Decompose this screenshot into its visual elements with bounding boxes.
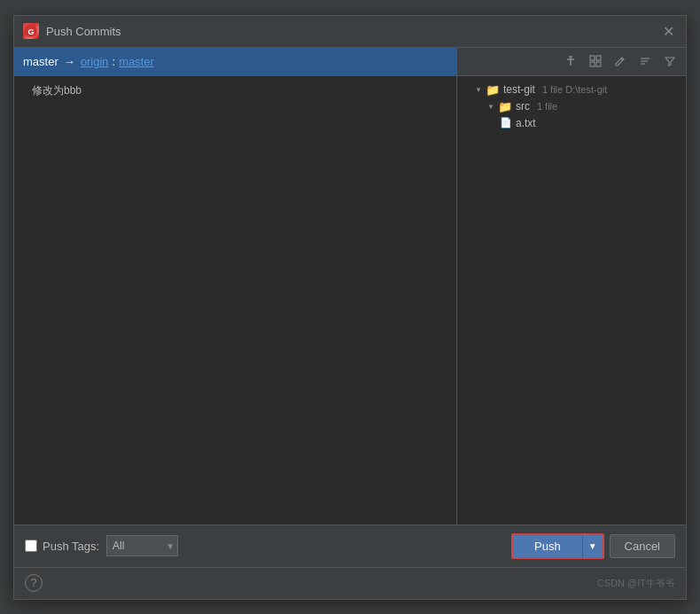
- colon-separator: :: [113, 55, 116, 68]
- tree-file-item[interactable]: 📄 a.txt: [461, 115, 682, 131]
- remote-origin-link[interactable]: origin: [81, 55, 109, 68]
- tree-repo-item[interactable]: ▼ 📁 test-git 1 file D:\test-git: [461, 82, 682, 98]
- title-left: G Push Commits: [23, 23, 121, 39]
- close-button[interactable]: ✕: [659, 22, 677, 40]
- left-panel: master → origin : master 修改为bbb: [14, 48, 457, 525]
- bottom-right: Push ▼ Cancel: [511, 533, 675, 559]
- app-icon: G: [23, 23, 39, 39]
- branch-selector: master → origin : master: [14, 48, 456, 76]
- repo-meta: 1 file D:\test-git: [542, 84, 607, 95]
- push-button[interactable]: Push: [513, 535, 582, 557]
- folder-icon-src: 📁: [498, 100, 512, 113]
- expand-triangle-repo: ▼: [475, 86, 482, 94]
- toolbar-row: [457, 48, 686, 76]
- file-tree: ▼ 📁 test-git 1 file D:\test-git ▼ 📁 src …: [457, 76, 686, 525]
- svg-rect-8: [596, 62, 601, 66]
- edit-icon[interactable]: [610, 51, 631, 71]
- file-icon-atxt: 📄: [500, 117, 512, 128]
- folder-icon-repo: 📁: [486, 83, 500, 97]
- help-button[interactable]: ?: [25, 574, 43, 592]
- file-name-atxt: a.txt: [516, 117, 536, 129]
- repo-name: test-git: [503, 83, 535, 96]
- svg-text:G: G: [27, 27, 34, 36]
- cancel-button[interactable]: Cancel: [610, 534, 675, 558]
- push-dropdown-button[interactable]: ▼: [582, 535, 603, 557]
- right-panel: ▼ 📁 test-git 1 file D:\test-git ▼ 📁 src …: [457, 48, 686, 525]
- svg-rect-5: [590, 56, 595, 60]
- grid-icon[interactable]: [585, 51, 606, 71]
- title-bar: G Push Commits ✕: [14, 16, 686, 48]
- bottom-left: Push Tags: All Annotated None ▼: [25, 535, 178, 556]
- sort-asc-icon[interactable]: [634, 51, 656, 71]
- watermark-text: CSDN @IT牛爷爷: [597, 577, 675, 590]
- main-content: master → origin : master 修改为bbb: [14, 48, 686, 525]
- commit-item[interactable]: 修改为bbb: [14, 80, 456, 102]
- svg-rect-6: [596, 56, 601, 60]
- tags-dropdown-wrapper: All Annotated None ▼: [106, 535, 178, 556]
- svg-rect-7: [590, 62, 595, 66]
- footer-row: ? CSDN @IT牛爷爷: [14, 567, 686, 599]
- commits-list: 修改为bbb: [14, 76, 456, 525]
- push-tags-checkbox[interactable]: [25, 540, 37, 552]
- pin-icon[interactable]: [560, 51, 581, 71]
- dialog-title: Push Commits: [46, 25, 121, 38]
- push-tags-checkbox-label[interactable]: Push Tags:: [25, 540, 99, 553]
- push-tags-label: Push Tags:: [43, 540, 99, 553]
- arrow-icon: →: [64, 55, 75, 68]
- filter-icon[interactable]: [659, 51, 681, 71]
- target-branch-link[interactable]: master: [119, 55, 154, 68]
- src-name: src: [516, 100, 530, 113]
- src-meta: 1 file: [537, 101, 557, 112]
- tags-dropdown[interactable]: All Annotated None: [106, 535, 178, 556]
- source-branch: master: [23, 55, 58, 68]
- expand-triangle-src: ▼: [487, 103, 494, 111]
- push-button-group: Push ▼: [511, 533, 604, 559]
- push-commits-dialog: G Push Commits ✕ master → origin : maste…: [13, 15, 687, 600]
- tree-src-item[interactable]: ▼ 📁 src 1 file: [461, 98, 682, 115]
- bottom-bar: Push Tags: All Annotated None ▼ Push ▼ C…: [14, 525, 686, 567]
